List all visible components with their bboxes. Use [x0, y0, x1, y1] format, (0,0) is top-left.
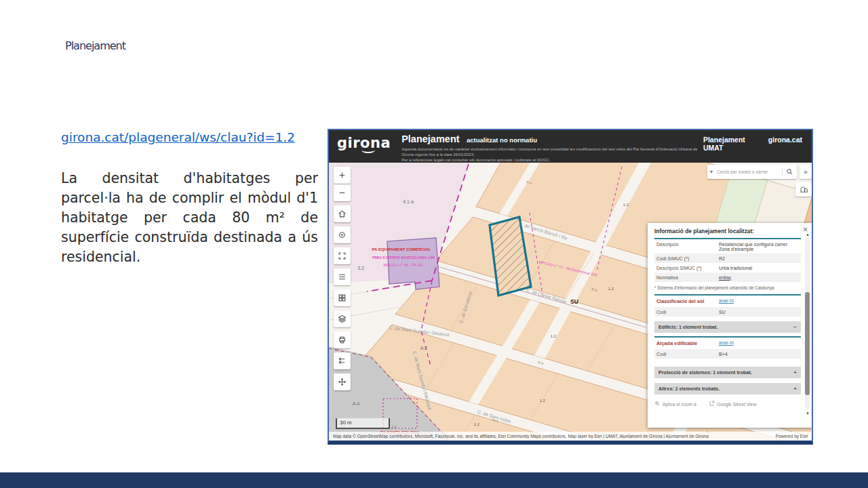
slide: Planejament girona.cat/plageneral/ws/cla… [0, 0, 868, 488]
scrollbar-thumb[interactable] [805, 292, 810, 395]
table-row: Codi SIMUC (*) R2 [654, 253, 801, 263]
chevrons-right-icon: » [804, 168, 808, 176]
anar-hi-link[interactable]: anar-hi [719, 340, 799, 346]
zone-label-41a: 4.1.a [403, 199, 414, 204]
menu-icon [338, 272, 347, 281]
zoom-out-button[interactable] [334, 184, 351, 201]
map-screenshot: girona Planejament actualitzat no normat… [328, 129, 813, 445]
fullscreen-button[interactable] [334, 247, 351, 264]
map-body: 4.1.a 3.2 A.2 A.4 1.2 1.2 1.2 1.2 1.2 1.… [329, 163, 812, 441]
map-app-title: Planejament [401, 134, 459, 144]
legend-button[interactable] [334, 352, 351, 369]
row-label: Codi SIMUC (*) [656, 256, 719, 261]
panel-footnote: * Sistema d'informació del planejament u… [654, 285, 801, 290]
pan-button[interactable] [334, 373, 351, 390]
search-filter-caret-icon[interactable]: ▾ [707, 169, 715, 175]
zone-label-12-d: 1.2 [540, 399, 546, 403]
print-icon [338, 336, 347, 344]
layers-button[interactable] [334, 310, 351, 327]
header-app-org: UMAT [703, 144, 802, 152]
map-header: girona Planejament actualitzat no normat… [329, 130, 812, 163]
map-header-titles: Planejament actualitzat no normatiu Aque… [401, 130, 700, 163]
section-header-edificis[interactable]: Edificis: 1 element trobat. − [654, 321, 801, 333]
legend-icon [338, 357, 347, 365]
basemap-grid-icon [338, 293, 347, 302]
zone-label-a2: A.2 [420, 346, 428, 350]
scroll-up-icon[interactable]: ▲ [806, 232, 810, 237]
locate-button[interactable] [334, 226, 351, 243]
logo-swoosh-icon [361, 147, 375, 153]
search-input[interactable] [715, 169, 782, 175]
section-header-proteccio[interactable]: Protecció de sistemes: 1 element trobat.… [654, 367, 801, 378]
minus-icon [338, 188, 347, 197]
locate-icon [338, 230, 347, 239]
section-alcada: Alçada edificable anar-hi Codi B+4 [654, 336, 801, 359]
menu-button[interactable] [334, 268, 351, 285]
page-title: Planejament [65, 39, 125, 52]
scroll-down-icon[interactable]: ▼ [806, 411, 810, 415]
zone-label-12-c: 1.2 [551, 334, 557, 338]
scale-bar: 30 m [336, 418, 390, 429]
zone-label-12-b: 1.2 [608, 287, 614, 291]
pan-icon [338, 378, 347, 386]
expand-icon[interactable]: + [793, 386, 797, 392]
zone-label-su: SU [570, 298, 578, 305]
plan-label-pa-equipament: PA EQUIPAMENT COMERCIAL [372, 247, 431, 251]
zone-label-a4: A.4 [353, 401, 360, 406]
panel-scrollbar[interactable] [805, 238, 810, 409]
home-button[interactable] [334, 205, 351, 222]
scene-3d-button[interactable] [795, 182, 812, 197]
panel-attribute-table: Descripció Residencial que configura car… [654, 238, 801, 282]
row-label: Codi [656, 310, 719, 314]
section-classificacio: Classificació del sòl anar-hi Codi SU [654, 294, 801, 317]
anar-hi-link[interactable]: anar-hi [719, 298, 799, 304]
row-label: Codi [656, 352, 719, 357]
plan-label-pmu: PMU CARRER BARCELONA 106 [372, 256, 435, 260]
home-icon [338, 209, 347, 218]
print-button[interactable] [334, 331, 351, 348]
body-paragraph: La densitat d'habitatges per parcel·la h… [61, 169, 318, 268]
zoom-to-link[interactable]: Aplica el zoom a [654, 401, 696, 407]
zone-label-12-scale: 1.2 [392, 425, 397, 429]
row-label: Descripció SIMUC (*) [656, 266, 719, 270]
normativa-link[interactable]: enllaç [719, 275, 799, 280]
section-title: Alçada edificable [656, 340, 719, 346]
row-label: Normativa [656, 275, 719, 280]
layers-icon [338, 314, 347, 323]
table-row: Normativa enllaç [654, 272, 801, 282]
row-value: Residencial que configura carrer. Zona d… [719, 242, 799, 251]
header-app-name: Planejament [703, 136, 745, 144]
row-value: B+4 [719, 352, 799, 357]
section-header-altres[interactable]: Altres: 2 elements trobats. + [654, 383, 801, 394]
slide-footer-bar [0, 472, 868, 488]
search-box: ▾ [707, 165, 797, 179]
search-expand-button[interactable]: » [800, 165, 812, 179]
table-row: Descripció SIMUC (*) Urbà tradicional [654, 263, 801, 272]
attribution-text: Map data © OpenStreetMap contributors, M… [333, 434, 709, 439]
row-value: Urbà tradicional [719, 266, 799, 270]
expand-icon[interactable]: + [793, 369, 797, 375]
zoom-to-icon [654, 401, 660, 407]
map-app-subtitle: actualitzat no normatiu [467, 136, 537, 144]
info-panel: Informació de planejament localitzat: × … [648, 223, 812, 428]
header-site-link[interactable]: girona.cat [768, 136, 802, 144]
search-divider [782, 167, 783, 176]
collapse-icon[interactable]: − [793, 324, 797, 330]
plan-label-mpgou46: MPGOU n.º 46 - PA 101 [384, 263, 424, 267]
row-label: Descripció [656, 242, 719, 251]
map-disclaimer-2: Per a referències legals cal consultar e… [401, 158, 550, 162]
basemap-button[interactable] [334, 289, 351, 306]
external-link-icon [709, 401, 715, 407]
map-disclaimer-1: Aquesta documentació és de caràcter excl… [401, 147, 697, 157]
panel-title: Informació de planejament localitzat: [654, 228, 801, 235]
girona-plan-link[interactable]: girona.cat/plageneral/ws/clau?id=1.2 [61, 130, 295, 144]
street-view-link[interactable]: Google Street View [709, 401, 756, 407]
zone-label-12-e: 1.2 [474, 422, 480, 426]
map-header-right: Planejament girona.cat UMAT [703, 130, 812, 152]
search-icon[interactable] [786, 168, 793, 176]
buildings-3d-icon [800, 185, 808, 194]
table-row: Descripció Residencial que configura car… [654, 239, 801, 253]
row-value: SU [719, 310, 799, 314]
map-attribution: Map data © OpenStreetMap contributors, M… [329, 432, 812, 441]
zoom-in-button[interactable] [334, 167, 351, 184]
